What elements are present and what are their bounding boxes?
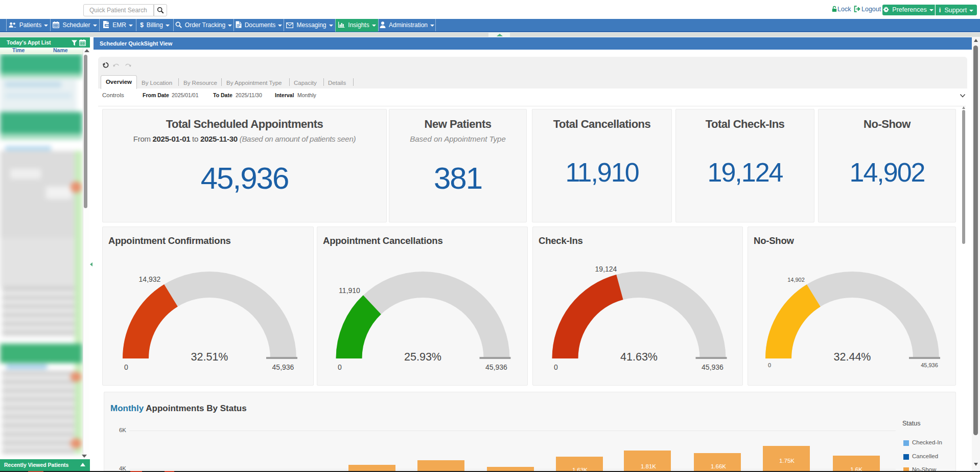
svg-text:0: 0 xyxy=(124,363,128,371)
svg-text:0: 0 xyxy=(768,362,771,368)
svg-text:45,936: 45,936 xyxy=(272,363,294,371)
svg-text:32.51%: 32.51% xyxy=(191,351,228,363)
svg-text:45,936: 45,936 xyxy=(485,363,507,371)
svg-text:45,936: 45,936 xyxy=(921,362,938,368)
svg-text:14,932: 14,932 xyxy=(139,275,161,283)
svg-text:14,902: 14,902 xyxy=(787,277,805,283)
svg-text:41.63%: 41.63% xyxy=(620,351,658,363)
svg-text:45,936: 45,936 xyxy=(702,363,724,371)
svg-text:11,910: 11,910 xyxy=(339,286,360,295)
svg-text:25.93%: 25.93% xyxy=(404,351,441,363)
svg-text:32.44%: 32.44% xyxy=(834,351,871,363)
svg-text:19,124: 19,124 xyxy=(595,265,617,273)
svg-text:0: 0 xyxy=(554,363,558,371)
svg-text:0: 0 xyxy=(338,363,342,371)
